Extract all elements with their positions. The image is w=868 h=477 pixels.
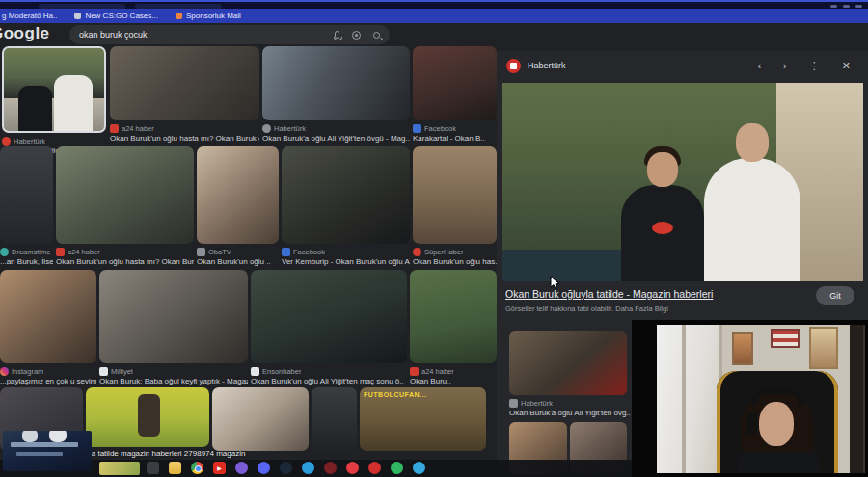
image-result[interactable]: a24 haber Okan Buruk'un oğlu hasta mı? O… <box>56 146 194 266</box>
folder-icon[interactable] <box>169 462 181 474</box>
preview-image[interactable] <box>502 83 863 281</box>
streamer-shirt <box>738 452 819 473</box>
opera-icon[interactable] <box>346 462 359 474</box>
purple-app-icon[interactable] <box>235 462 248 474</box>
image-result[interactable] <box>86 387 209 447</box>
source-favicon <box>2 137 11 146</box>
image-result[interactable]: Instagram ...paylaşımız en çok u sevimli… <box>0 270 96 385</box>
source-favicon <box>251 367 259 376</box>
more-options-icon[interactable]: ⋮ <box>801 61 827 71</box>
google-logo[interactable]: Google <box>0 24 50 43</box>
source-name[interactable]: Habertürk <box>528 61 743 70</box>
weather-widget[interactable] <box>99 462 140 475</box>
blue-app-icon[interactable] <box>302 462 314 474</box>
discord-icon[interactable] <box>258 462 270 474</box>
result-thumbnail <box>413 146 497 244</box>
source-favicon <box>509 399 518 408</box>
result-thumbnail <box>282 146 410 244</box>
source-favicon <box>99 367 108 376</box>
source-name: ObaTV <box>208 248 231 256</box>
result-thumbnail <box>86 387 209 447</box>
source-name: Habertürk <box>274 124 306 133</box>
result-caption: Okan Buruk: Baba oğul keyfi yaptık - Mag… <box>99 377 248 385</box>
related-image-caption: Habertürk Okan Buruk'a oğlu Ali Yiğit'te… <box>509 398 644 417</box>
telegram-icon[interactable] <box>413 462 425 474</box>
image-result[interactable]: ObaTV Okan Buruk'un oğlu .. <box>197 146 279 266</box>
image-result[interactable]: Dreamstime ...an Buruk, İlseml.. <box>0 146 53 266</box>
bookmark-item[interactable]: g Moderatö Ha.. <box>2 12 57 20</box>
source-favicon <box>413 124 421 133</box>
chrome-icon[interactable] <box>191 462 203 474</box>
image-result[interactable] <box>212 387 309 451</box>
result-thumbnail <box>410 270 497 363</box>
image-result[interactable]: FUTBOLCUFAN... <box>360 387 486 451</box>
result-caption: Okan Buruk'a oğlu Ali Yiğit'ten övgü - M… <box>262 134 410 143</box>
image-result[interactable]: Facebook Ver Kemburip - Okan Buruk'un oğ… <box>282 146 410 266</box>
source-name: a24 haber <box>122 124 154 133</box>
result-thumbnail <box>197 146 279 244</box>
source-name: Instagram <box>12 367 43 376</box>
result-caption: Okan Buruk'un oğlu hasta mı? Okan Buruk … <box>110 134 259 143</box>
image-result[interactable] <box>312 387 357 451</box>
desktop-screenshot: g Moderatö Ha.. New CS:GO Cases... Spons… <box>0 0 868 477</box>
photo-man-figure <box>704 158 800 281</box>
result-thumbnail <box>0 270 96 363</box>
related-image[interactable] <box>509 331 627 395</box>
source-name: Facebook <box>293 248 325 256</box>
google-header: Google okan buruk çocuk <box>0 23 868 46</box>
thumbnail-overlay-text: FUTBOLCUFAN... <box>364 391 426 398</box>
webcam-overlay <box>632 320 868 477</box>
image-result[interactable]: SüperHaber Okan Buruk'un oğlu has.. <box>413 146 497 266</box>
wall-poster <box>732 332 753 365</box>
red-app-icon[interactable] <box>368 462 381 474</box>
previous-image-button[interactable]: ‹ <box>749 61 769 71</box>
result-thumbnail <box>0 146 53 244</box>
source-favicon <box>197 248 205 256</box>
dark-red-app-icon[interactable] <box>324 462 337 474</box>
window-in-room <box>657 325 722 473</box>
image-result[interactable]: Ensonhaber Okan Buruk'un oğlu Ali Yiğit'… <box>251 270 407 385</box>
result-thumbnail <box>56 146 194 244</box>
wall-poster <box>809 327 838 369</box>
result-thumbnail <box>312 387 357 451</box>
visit-site-button[interactable]: Git <box>816 286 854 305</box>
bookmark-item[interactable]: Sponsorluk Mail <box>176 12 241 20</box>
bookmark-item[interactable]: New CS:GO Cases... <box>74 12 158 20</box>
source-name: Habertürk <box>14 137 45 146</box>
steam-icon[interactable] <box>280 462 292 474</box>
source-favicon <box>0 248 9 256</box>
youtube-icon[interactable] <box>213 462 226 474</box>
result-caption: Okan Buruk'un oğlu .. <box>197 257 279 266</box>
image-result[interactable]: a24 haber Okan Buru.. <box>410 270 497 385</box>
wall-poster <box>771 329 800 348</box>
result-thumbnail <box>251 270 407 363</box>
search-bar[interactable]: okan buruk çocuk <box>69 25 390 44</box>
system-icon[interactable] <box>147 462 159 474</box>
video-caption-text: yla tatilde magazin haberleri 2798974 ma… <box>86 449 375 458</box>
result-caption: Okan Buru.. <box>410 377 497 385</box>
close-icon[interactable]: ✕ <box>834 61 858 71</box>
image-result[interactable]: Habertürk Okan Buruk'a oğlu Ali Yiğit'te… <box>262 46 410 143</box>
source-name: Ensonhaber <box>262 367 301 376</box>
image-result[interactable]: Facebook Karakartal - Okan B.. <box>413 46 497 143</box>
mouse-cursor <box>550 276 561 295</box>
window-controls[interactable] <box>830 5 862 8</box>
bookmark-label: g Moderatö Ha.. <box>2 12 57 20</box>
search-icon[interactable] <box>373 32 380 39</box>
search-input[interactable]: okan buruk çocuk <box>79 30 335 40</box>
green-app-icon[interactable] <box>391 462 403 474</box>
video-overlay-graphic <box>3 431 92 471</box>
image-result[interactable]: Milliyet Okan Buruk: Baba oğul keyfi yap… <box>99 270 248 385</box>
next-image-button[interactable]: › <box>775 61 795 71</box>
image-result-selected[interactable]: Habertürk Okan Buruk oğluyla tatilde - M… <box>2 46 106 155</box>
google-lens-icon[interactable] <box>352 31 361 40</box>
result-thumbnail <box>413 46 497 120</box>
webcam-scene <box>657 325 865 473</box>
source-favicon <box>0 367 9 376</box>
source-favicon <box>262 124 271 133</box>
source-name: SüperHaber <box>424 248 463 256</box>
image-result[interactable]: a24 haber Okan Buruk'un oğlu hasta mı? O… <box>110 46 259 143</box>
microphone-icon[interactable] <box>335 31 339 39</box>
bookmark-label: New CS:GO Cases... <box>85 12 158 20</box>
bookmark-label: Sponsorluk Mail <box>186 12 241 20</box>
